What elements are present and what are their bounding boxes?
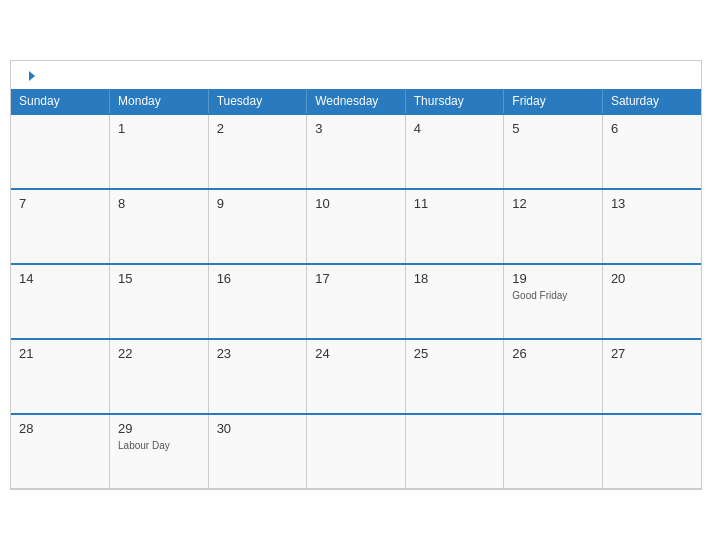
day-number: 19 bbox=[512, 271, 594, 286]
day-number: 25 bbox=[414, 346, 496, 361]
day-number: 1 bbox=[118, 121, 200, 136]
day-number: 17 bbox=[315, 271, 397, 286]
week-row-1: 78910111213 bbox=[11, 189, 701, 264]
calendar-cell: 16 bbox=[208, 264, 307, 339]
holiday-label: Good Friday bbox=[512, 289, 594, 302]
day-number: 8 bbox=[118, 196, 200, 211]
calendar-cell: 7 bbox=[11, 189, 110, 264]
calendar-cell: 22 bbox=[110, 339, 209, 414]
weekday-header-row: SundayMondayTuesdayWednesdayThursdayFrid… bbox=[11, 89, 701, 114]
calendar-cell: 4 bbox=[405, 114, 504, 189]
day-number: 20 bbox=[611, 271, 693, 286]
logo-triangle-icon bbox=[29, 71, 35, 81]
calendar-cell: 10 bbox=[307, 189, 406, 264]
calendar-cell: 9 bbox=[208, 189, 307, 264]
weekday-header-friday: Friday bbox=[504, 89, 603, 114]
day-number: 10 bbox=[315, 196, 397, 211]
calendar-cell: 14 bbox=[11, 264, 110, 339]
calendar-cell: 23 bbox=[208, 339, 307, 414]
day-number: 22 bbox=[118, 346, 200, 361]
calendar-cell: 8 bbox=[110, 189, 209, 264]
calendar-cell: 18 bbox=[405, 264, 504, 339]
calendar-cell: 26 bbox=[504, 339, 603, 414]
day-number: 14 bbox=[19, 271, 101, 286]
calendar-cell: 2 bbox=[208, 114, 307, 189]
day-number: 16 bbox=[217, 271, 299, 286]
day-number: 3 bbox=[315, 121, 397, 136]
calendar-cell bbox=[307, 414, 406, 489]
calendar-cell: 25 bbox=[405, 339, 504, 414]
day-number: 7 bbox=[19, 196, 101, 211]
logo bbox=[27, 71, 35, 81]
calendar-cell bbox=[405, 414, 504, 489]
weekday-header-monday: Monday bbox=[110, 89, 209, 114]
day-number: 9 bbox=[217, 196, 299, 211]
weekday-header-sunday: Sunday bbox=[11, 89, 110, 114]
calendar-cell: 11 bbox=[405, 189, 504, 264]
day-number: 26 bbox=[512, 346, 594, 361]
weekday-header-saturday: Saturday bbox=[602, 89, 701, 114]
holiday-label: Labour Day bbox=[118, 439, 200, 452]
calendar-cell: 17 bbox=[307, 264, 406, 339]
day-number: 2 bbox=[217, 121, 299, 136]
calendar-container: SundayMondayTuesdayWednesdayThursdayFrid… bbox=[10, 60, 702, 491]
logo-blue-text bbox=[27, 71, 35, 81]
calendar-cell: 21 bbox=[11, 339, 110, 414]
calendar-cell: 30 bbox=[208, 414, 307, 489]
calendar-cell: 3 bbox=[307, 114, 406, 189]
day-number: 24 bbox=[315, 346, 397, 361]
weekday-header-tuesday: Tuesday bbox=[208, 89, 307, 114]
calendar-cell: 29Labour Day bbox=[110, 414, 209, 489]
day-number: 29 bbox=[118, 421, 200, 436]
calendar-cell: 12 bbox=[504, 189, 603, 264]
calendar-cell: 24 bbox=[307, 339, 406, 414]
calendar-cell: 6 bbox=[602, 114, 701, 189]
day-number: 30 bbox=[217, 421, 299, 436]
calendar-cell: 19Good Friday bbox=[504, 264, 603, 339]
day-number: 11 bbox=[414, 196, 496, 211]
day-number: 12 bbox=[512, 196, 594, 211]
week-row-3: 21222324252627 bbox=[11, 339, 701, 414]
day-number: 4 bbox=[414, 121, 496, 136]
calendar-cell bbox=[602, 414, 701, 489]
calendar-cell: 27 bbox=[602, 339, 701, 414]
calendar-cell bbox=[11, 114, 110, 189]
calendar-cell: 28 bbox=[11, 414, 110, 489]
day-number: 15 bbox=[118, 271, 200, 286]
day-number: 6 bbox=[611, 121, 693, 136]
weekday-header-wednesday: Wednesday bbox=[307, 89, 406, 114]
calendar-cell: 20 bbox=[602, 264, 701, 339]
calendar-grid: SundayMondayTuesdayWednesdayThursdayFrid… bbox=[11, 89, 701, 490]
day-number: 21 bbox=[19, 346, 101, 361]
weekday-header-thursday: Thursday bbox=[405, 89, 504, 114]
calendar-cell bbox=[504, 414, 603, 489]
day-number: 5 bbox=[512, 121, 594, 136]
calendar-cell: 13 bbox=[602, 189, 701, 264]
calendar-cell: 5 bbox=[504, 114, 603, 189]
day-number: 18 bbox=[414, 271, 496, 286]
week-row-0: 123456 bbox=[11, 114, 701, 189]
week-row-4: 2829Labour Day30 bbox=[11, 414, 701, 489]
day-number: 28 bbox=[19, 421, 101, 436]
calendar-cell: 15 bbox=[110, 264, 209, 339]
day-number: 27 bbox=[611, 346, 693, 361]
day-number: 23 bbox=[217, 346, 299, 361]
calendar-header bbox=[11, 61, 701, 89]
week-row-2: 141516171819Good Friday20 bbox=[11, 264, 701, 339]
calendar-cell: 1 bbox=[110, 114, 209, 189]
day-number: 13 bbox=[611, 196, 693, 211]
